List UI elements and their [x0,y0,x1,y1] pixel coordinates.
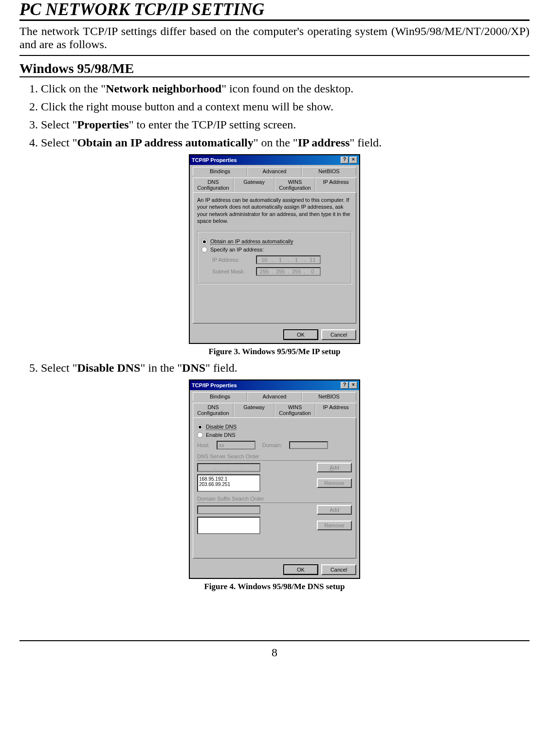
ip-segment: 10 [258,257,271,263]
tab-netbios[interactable]: NetBIOS [302,167,356,176]
ip-segment: 11 [306,257,319,263]
intro-text: The network TCP/IP settings differ based… [19,25,530,56]
step-bold: DNS [182,361,205,374]
step-bold: Network neighborhood [106,82,221,95]
tab-netbios[interactable]: NetBIOS [302,392,356,401]
list-item: 168.95.192.1 [199,476,258,482]
ip-segment: 1 [290,257,303,263]
tabs-row-top: Bindings Advanced NetBIOS [193,167,356,176]
tab-gateway[interactable]: Gateway [234,403,274,417]
domain-suffix-label: Domain Suffix Search Order [197,496,352,503]
radio-label: Enable DNS [206,432,236,438]
step-text: " on the " [254,136,298,149]
dialog-title: TCP/IP Properties [192,382,237,388]
step-1: 1. Click on the "Network neighborhood" i… [29,82,530,95]
ok-button[interactable]: OK [283,329,318,340]
suffix-list-row: Remove [197,517,352,534]
subnet-mask-input[interactable]: 255. 255. 255. 0 [256,267,321,276]
subnet-mask-label: Subnet Mask: [212,269,256,274]
tab-dns-config[interactable]: DNS Configuration [193,403,234,417]
help-icon[interactable]: ? [341,157,348,163]
step-text: " field. [205,361,238,374]
figure-4-caption: Figure 4. Windows 95/98/Me DNS setup [19,582,530,592]
ip-group: Obtain an IP address automatically Speci… [197,231,352,284]
step-text: 4. Select " [29,136,77,149]
host-label: Host: [197,442,210,448]
ip-address-input[interactable]: 10. 1. 1. 11 [256,255,321,264]
radio-specify-ip[interactable]: Specify an IP address: [201,247,348,252]
host-domain-row: Host: xx Domain: [197,441,352,450]
radio-icon [197,424,203,430]
radio-enable-dns[interactable]: Enable DNS [197,432,352,438]
ip-segment: 0 [306,269,319,274]
step-3: 3. Select "Properties" to enter the TCP/… [29,118,530,131]
dialog-titlebar: TCP/IP Properties ? × [190,380,359,390]
ok-button[interactable]: OK [283,564,318,575]
figure-3-caption: Figure 3. Windows 95/95/Me IP setup [19,347,530,357]
dialog-panel: Disable DNS Enable DNS Host: xx Domain: … [193,417,356,558]
add-button[interactable]: Add [317,505,352,515]
dialog-titlebar: TCP/IP Properties ? × [190,155,359,165]
remove-button[interactable]: Remove [317,521,352,530]
domain-label: Domain: [262,442,282,448]
step-text: " in the " [140,361,182,374]
tab-ip-address[interactable]: IP Address [315,403,356,417]
radio-label: Obtain an IP address automatically [210,238,293,245]
suffix-list[interactable] [197,517,260,534]
close-icon[interactable]: × [349,157,357,163]
step-text: " field. [350,136,382,149]
tab-advanced[interactable]: Advanced [247,167,302,176]
cancel-button[interactable]: Cancel [321,329,356,340]
remove-button[interactable]: Remove [317,478,352,488]
tab-wins-config[interactable]: WINS Configuration [274,178,315,192]
host-input[interactable]: xx [217,441,256,450]
suffix-input[interactable] [197,505,260,514]
section-subtitle: Windows 95/98/ME [19,61,530,77]
radio-label: Disable DNS [206,424,237,430]
radio-disable-dns[interactable]: Disable DNS [197,424,352,430]
ip-segment: 1 [274,257,287,263]
close-icon[interactable]: × [349,382,357,389]
step-text: " to enter the TCP/IP setting screen. [129,118,296,131]
dns-server-list[interactable]: 168.95.192.1 203.66.99.251 [197,474,260,492]
tcpip-dialog-ip: TCP/IP Properties ? × Bindings Advanced … [189,154,360,344]
step-bold: Properties [77,118,128,131]
page-title: PC NETWORK TCP/IP SETTING [19,0,530,21]
radio-icon [201,247,207,252]
dns-ip-input[interactable]: ... [197,463,260,472]
cancel-button[interactable]: Cancel [321,564,356,575]
tab-ip-address[interactable]: IP Address [315,178,356,192]
radio-icon [201,239,207,245]
ip-address-row: IP Address: 10. 1. 1. 11 [212,255,348,264]
tabs-row-bottom: DNS Configuration Gateway WINS Configura… [193,178,356,192]
tab-dns-config[interactable]: DNS Configuration [193,178,234,192]
help-icon[interactable]: ? [341,382,348,389]
tab-gateway[interactable]: Gateway [234,178,274,192]
radio-obtain-auto[interactable]: Obtain an IP address automatically [201,238,348,245]
step-5: 5. Select "Disable DNS" in the "DNS" fie… [29,361,530,375]
dns-search-order-label: DNS Server Search Order [197,453,352,461]
dialog-title: TCP/IP Properties [192,157,237,163]
step-2: 2. Click the right mouse button and a co… [29,100,530,113]
tab-wins-config[interactable]: WINS Configuration [274,403,315,417]
tab-bindings[interactable]: Bindings [193,392,247,401]
step-4: 4. Select "Obtain an IP address automati… [29,136,530,149]
domain-input[interactable] [289,441,328,449]
dns-list-row: 168.95.192.1 203.66.99.251 Remove [197,474,352,492]
tab-bindings[interactable]: Bindings [193,167,247,176]
panel-description: An IP address can be automatically assig… [197,197,352,224]
ip-segment: 255 [258,269,271,274]
ip-segment: 255 [274,269,287,274]
page-number: 8 [19,640,530,664]
step-text: " icon found on the desktop. [221,82,353,95]
step-bold: IP address [298,136,350,149]
radio-label: Specify an IP address: [210,247,264,252]
dialog-button-row: OK Cancel [190,326,359,343]
ip-segment: 255 [290,269,303,274]
add-button[interactable]: Add [317,463,352,472]
step-text: 5. Select " [29,361,77,374]
tab-advanced[interactable]: Advanced [247,392,302,401]
step-bold: Obtain an IP address automatically [77,136,253,149]
radio-icon [197,432,203,438]
tabs-row-top: Bindings Advanced NetBIOS [193,392,356,401]
